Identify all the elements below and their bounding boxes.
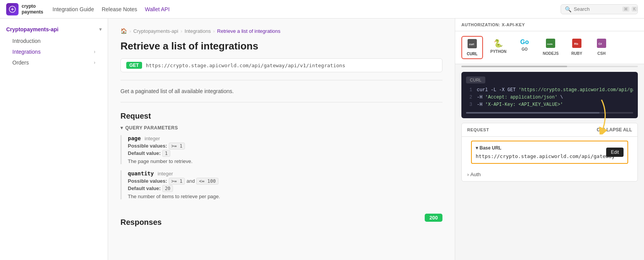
param-page-type: integer [145,136,160,141]
lang-tabs-scrollbar [461,66,638,67]
search-input[interactable] [574,6,620,12]
chevron-down-icon-base-url: ▾ [476,145,478,151]
main-content: 🏠 › Cryptopayments-api › Integrations › … [108,19,455,260]
lang-tab-go[interactable]: Go GO [514,36,536,59]
svg-text:curl: curl [469,43,474,46]
code-scrollbar-thumb [466,112,600,114]
right-panel: AUTHORIZATION: X-API-KEY curl CURL 🐍 PYT… [455,19,644,260]
code-area: 1 curl -L -X GET 'https://crypto.stage.a… [466,87,633,109]
request-wrapper: REQUEST COLLAPSE ALL ▾ Base URL https://… [455,123,644,186]
search-cmd-key: ⌘ [622,7,629,12]
lang-tab-python-label: PYTHON [490,49,507,54]
python-icon: 🐍 [493,39,503,48]
param-quantity-possible: Possible values: >= 1 and <= 100 [128,178,442,184]
breadcrumb-cryptopayments[interactable]: Cryptopayments-api [133,28,178,34]
sidebar-section-title[interactable]: Cryptopayments-api ▾ [6,23,102,36]
code-scrollbar [466,112,633,114]
language-tabs: curl CURL 🐍 PYTHON Go GO node NODEJS [455,31,644,64]
param-quantity-default-badge: 20 [162,185,173,192]
breadcrumb-integrations[interactable]: Integrations [185,28,211,34]
search-icon: 🔍 [565,6,571,12]
lang-tab-csh[interactable]: C# CSH [591,36,612,59]
breadcrumb-sep-3: › [213,28,215,34]
logo-icon [6,3,19,15]
param-page-min-badge: >= 1 [169,143,185,150]
lang-tab-curl[interactable]: curl CURL [461,36,483,59]
lang-tabs-scrollbar-thumb [461,66,567,67]
nav-wallet-api[interactable]: Wallet API [145,6,169,12]
nav-integration-guide[interactable]: Integration Guide [53,6,94,12]
sidebar: Cryptopayments-api ▾ Introduction Integr… [0,19,108,260]
collapse-all-button[interactable]: COLLAPSE ALL [597,127,632,133]
param-page-desc: The page number to retrieve. [128,158,442,164]
base-url-label[interactable]: ▾ Base URL [476,145,624,151]
sidebar-item-integrations[interactable]: Integrations › [6,46,102,57]
search-bar[interactable]: 🔍 ⌘ K [561,4,638,14]
code-line-3: 3 -H 'X-API-Key: <API_KEY_VALUE>' [466,101,633,109]
logo-text: crypto payments [22,3,43,15]
sidebar-item-orders[interactable]: Orders › [6,57,102,68]
param-page-default-badge: 1 [162,150,170,157]
lang-tab-python[interactable]: 🐍 PYTHON [486,36,511,59]
auth-subsection[interactable]: › Auth [462,168,637,181]
method-badge: GET [126,62,142,69]
chevron-right-icon: › [94,60,95,65]
ruby-icon: Rb [572,39,581,50]
code-line-2: 2 -H 'Accept: application/json' \ [466,94,633,101]
lang-tab-ruby-label: RUBY [571,51,582,56]
lang-tab-nodejs-label: NODEJS [543,51,559,56]
chevron-right-icon-auth: › [467,172,469,177]
lang-tab-ruby[interactable]: Rb RUBY [566,36,588,59]
endpoint-url: https://crypto.stage.apicworld.com/api/g… [146,63,346,68]
breadcrumb-current: Retrieve a list of integrations [217,28,280,34]
sidebar-item-introduction[interactable]: Introduction [6,36,102,46]
svg-text:C#: C# [598,42,602,45]
param-quantity-desc: The number of items to retrieve per page… [128,194,442,199]
param-quantity-default: Default value: 20 [128,185,442,191]
param-page-default: Default value: 1 [128,150,442,156]
param-quantity-type: integer [158,171,173,177]
param-quantity-name: quantity [128,170,154,177]
breadcrumb-sep: › [129,28,131,34]
chevron-down-icon: ▾ [99,27,102,32]
param-quantity-min-badge: >= 1 [169,178,185,185]
nav-release-notes[interactable]: Release Notes [102,6,137,12]
svg-text:node: node [547,43,553,45]
code-line-1: 1 curl -L -X GET 'https://crypto.stage.a… [466,87,633,94]
response-200-badge: 200 [425,214,442,222]
param-page-possible: Possible values: >= 1 [128,143,442,149]
go-icon: Go [520,39,529,46]
request-section-title: Request [120,112,442,121]
base-url-section: ▾ Base URL https://crypto.stage.apicworl… [471,141,628,164]
home-icon[interactable]: 🏠 [120,28,127,34]
lang-tab-go-label: GO [522,47,528,51]
lang-tab-curl-label: CURL [467,52,478,56]
chevron-right-icon: › [94,49,95,54]
top-navigation: crypto payments Integration Guide Releas… [0,0,644,19]
lang-tab-nodejs[interactable]: node NODEJS [539,36,563,59]
param-quantity: quantity integer Possible values: >= 1 a… [120,170,442,199]
chevron-down-icon-params: ▾ [120,125,123,131]
base-url-container: ▾ Base URL https://crypto.stage.apicworl… [466,141,634,164]
edit-base-url-button[interactable]: Edit [606,148,624,157]
param-quantity-max-badge: <= 100 [196,178,218,185]
request-header: REQUEST COLLAPSE ALL [462,123,637,137]
base-url-value: https://crypto.stage.apicworld.com/api/g… [476,153,615,159]
query-params-header[interactable]: ▾ QUERY PARAMETERS [120,125,442,131]
breadcrumb: 🏠 › Cryptopayments-api › Integrations › … [120,28,442,34]
curl-icon: curl [468,39,477,50]
code-section: CURL 1 curl -L -X GET 'https://crypto.st… [461,72,638,118]
nav-links: Integration Guide Release Notes Wallet A… [53,6,169,12]
nodejs-icon: node [546,39,555,50]
logo: crypto payments [6,3,43,15]
breadcrumb-sep-2: › [181,28,182,34]
page-title: Retrieve a list of integrations [120,40,442,52]
csh-icon: C# [597,39,606,50]
request-section: REQUEST COLLAPSE ALL ▾ Base URL https://… [461,123,638,182]
param-page: page integer Possible values: >= 1 Defau… [120,135,442,164]
endpoint-bar: GET https://crypto.stage.apicworld.com/a… [120,58,442,72]
code-lang-badge: CURL [466,76,485,83]
lang-tab-csh-label: CSH [597,51,605,56]
page-description: Get a paginated list of all available in… [120,80,442,102]
auth-header: AUTHORIZATION: X-API-KEY [455,19,644,31]
